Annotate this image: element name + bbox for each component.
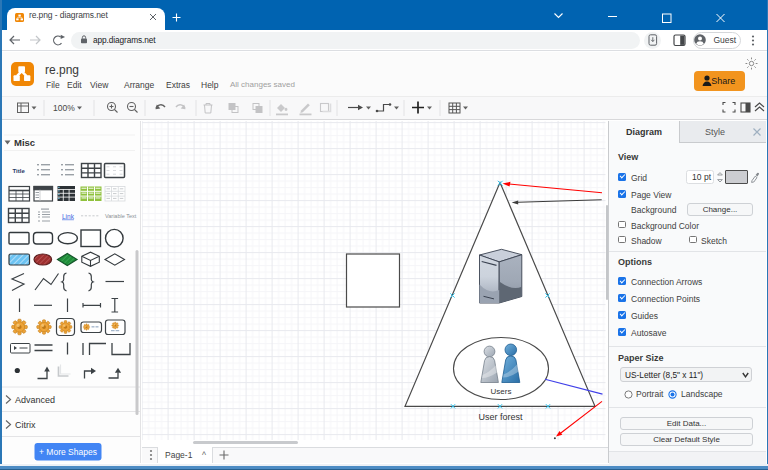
svg-text:Misc: Misc bbox=[14, 137, 35, 148]
svg-text:Variable Text: Variable Text bbox=[105, 213, 137, 219]
svg-text:+ More Shapes: + More Shapes bbox=[39, 447, 97, 457]
svg-text:Advanced: Advanced bbox=[15, 395, 55, 405]
svg-text:Title: Title bbox=[13, 168, 26, 174]
svg-text:User forest: User forest bbox=[478, 412, 523, 422]
svg-text:Users: Users bbox=[491, 387, 512, 396]
svg-text:Citrix: Citrix bbox=[15, 420, 36, 430]
svg-text:Link: Link bbox=[62, 213, 75, 220]
svg-text:100%: 100% bbox=[53, 103, 75, 113]
